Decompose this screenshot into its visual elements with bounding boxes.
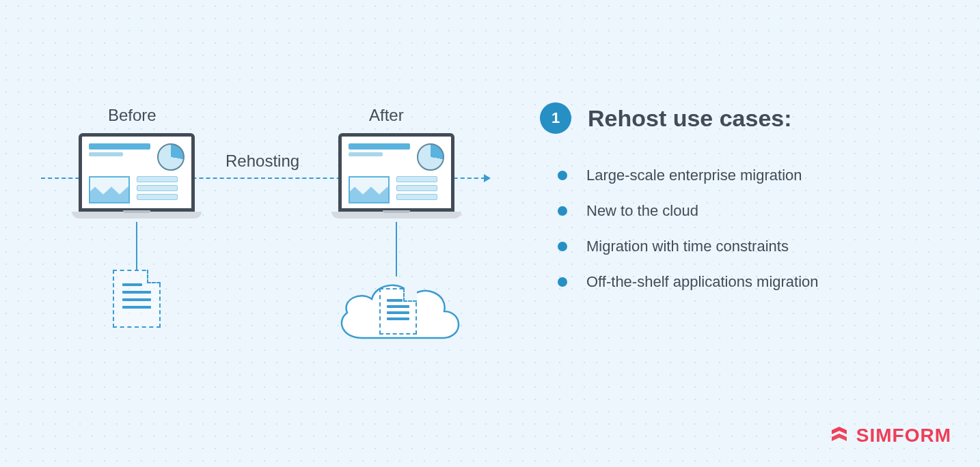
connector-before: [136, 222, 137, 270]
bullet-text: Large-scale enterprise migration: [586, 167, 802, 184]
bullet-dot-icon: [558, 171, 567, 180]
before-label: Before: [108, 106, 156, 125]
arrow-head-icon: [484, 174, 491, 182]
section-heading: Rehost use cases:: [588, 105, 792, 132]
bullet-dot-icon: [558, 277, 567, 287]
area-chart-icon: [89, 176, 130, 203]
pie-chart-icon: [157, 143, 185, 171]
server-stack-icon: [137, 176, 178, 200]
document-cloud-icon: [379, 288, 417, 335]
pie-chart-icon: [417, 143, 444, 171]
area-chart-icon: [349, 176, 390, 203]
list-item: Off-the-shelf applications migration: [540, 273, 923, 291]
connector-after: [396, 222, 397, 277]
server-stack-icon: [396, 176, 437, 200]
brand-name: SIMFORM: [856, 425, 951, 447]
laptop-before-icon: [72, 133, 202, 218]
bullet-dot-icon: [558, 242, 567, 251]
use-cases-panel: 1 Rehost use cases: Large-scale enterpri…: [540, 102, 923, 309]
bullet-text: Migration with time constraints: [586, 238, 789, 255]
bullet-text: Off-the-shelf applications migration: [586, 273, 819, 291]
after-label: After: [369, 106, 404, 125]
transition-label: Rehosting: [226, 152, 299, 171]
document-onprem-icon: [113, 270, 161, 328]
list-item: Large-scale enterprise migration: [540, 167, 923, 184]
bullet-text: New to the cloud: [586, 202, 698, 220]
simform-logo-icon: [829, 425, 849, 446]
bullet-list: Large-scale enterprise migration New to …: [540, 167, 923, 291]
list-item: Migration with time constraints: [540, 238, 923, 255]
bullet-dot-icon: [558, 206, 567, 216]
laptop-after-icon: [331, 133, 461, 218]
section-number-badge: 1: [540, 102, 571, 134]
brand-logo-label: SIMFORM: [829, 425, 951, 447]
list-item: New to the cloud: [540, 202, 923, 220]
